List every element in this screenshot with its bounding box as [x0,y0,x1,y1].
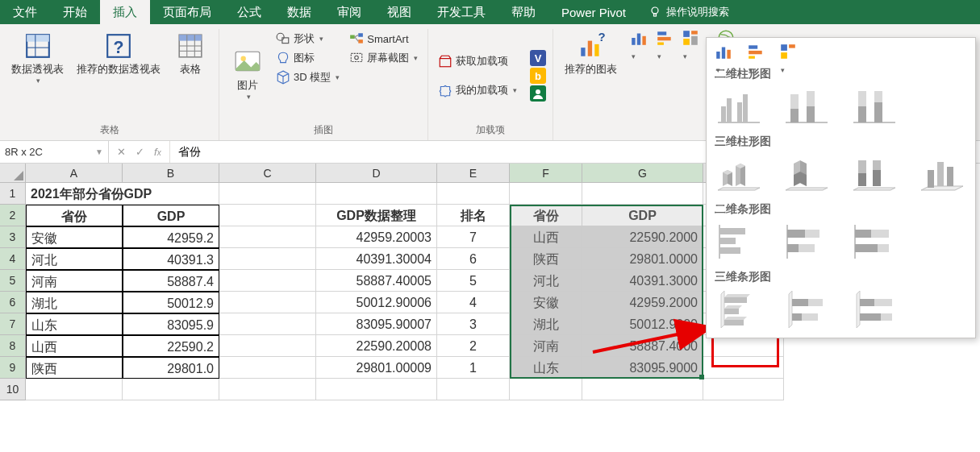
row-header[interactable]: 5 [0,270,26,292]
column-chart-dropdown[interactable] [630,29,648,45]
cell[interactable]: 40391.3 [123,248,219,270]
cancel-formula-button[interactable]: ✕ [117,146,126,158]
stacked-column-thumb[interactable] [782,86,829,126]
select-all-corner[interactable] [0,164,26,183]
cell[interactable]: 22590.2 [123,335,219,357]
cell[interactable]: 50012.9 [123,292,219,313]
tab-insert[interactable]: 插入 [100,0,150,24]
shapes-button[interactable]: 形状 [273,29,343,48]
3d-clustered-bar-thumb[interactable] [715,289,761,330]
row-header[interactable]: 9 [0,357,26,379]
cell[interactable]: 河北 [26,248,123,270]
cell[interactable] [316,379,437,400]
people-addin-icon[interactable] [530,85,546,102]
cell[interactable]: 42959.2 [123,226,219,248]
tab-data[interactable]: 数据 [274,0,324,24]
picture-button[interactable]: 图片 [226,29,269,122]
cell[interactable]: 山东 [26,313,123,335]
col-header[interactable]: G [582,164,703,183]
cell[interactable]: 山西 [510,226,582,248]
cell[interactable] [219,292,316,313]
cell[interactable] [582,379,703,400]
tab-formulas[interactable]: 公式 [224,0,274,24]
cell[interactable]: 83095.9 [123,313,219,335]
tell-me-search[interactable]: 操作说明搜索 [639,0,739,24]
row-header[interactable]: 3 [0,226,26,248]
cell[interactable]: 83095.90007 [316,313,437,335]
col-header[interactable]: C [219,164,316,183]
cell[interactable]: 40391.30004 [316,248,437,270]
3d-stacked-bar-thumb[interactable] [782,289,829,330]
cell[interactable]: 29801.00009 [316,357,437,379]
cell[interactable]: 22590.2000 [582,226,703,248]
cell[interactable]: 58887.4 [123,270,219,292]
cell[interactable]: 50012.90006 [316,292,437,313]
cell[interactable] [437,183,510,205]
name-box[interactable]: 8R x 2C ▼ [0,141,109,163]
cell[interactable]: 6 [437,248,510,270]
bar-chart-dropdown[interactable] [656,29,673,45]
pivot-table-button[interactable]: 数据透视表 [6,29,69,122]
cell[interactable]: 省份 [510,205,582,226]
3d-100pct-stacked-column-thumb[interactable] [850,154,897,194]
cell[interactable]: 安徽 [26,226,123,248]
fx-button[interactable]: fx [154,146,161,158]
col-header[interactable]: D [316,164,437,183]
cell[interactable]: 2 [437,335,510,357]
bing-addin-icon[interactable]: b [530,68,546,84]
cell[interactable] [703,379,784,400]
cell[interactable]: 河南 [26,270,123,292]
cell[interactable]: 29801.0 [123,357,219,379]
column-chart-dropdown-top[interactable] [715,43,732,59]
cell[interactable]: 4 [437,292,510,313]
table-button[interactable]: 表格 [169,29,212,122]
recommended-pivot-button[interactable]: ? 推荐的数据透视表 [72,29,165,122]
tab-devtools[interactable]: 开发工具 [424,0,498,24]
100pct-stacked-bar-thumb[interactable] [850,222,897,262]
cell[interactable] [219,183,316,205]
cell[interactable]: 58887.40005 [316,270,437,292]
cell[interactable] [219,335,316,357]
cell[interactable]: 3 [437,313,510,335]
row-header[interactable]: 7 [0,313,26,335]
bar-chart-dropdown-top[interactable] [747,43,765,59]
cell[interactable] [219,248,316,270]
cell[interactable] [510,183,582,205]
cell[interactable] [703,335,784,357]
cell[interactable]: 省份 [26,205,123,226]
my-addins-button[interactable]: 我的加载项 [435,81,520,100]
tab-view[interactable]: 视图 [374,0,424,24]
cell[interactable]: GDP [123,205,219,226]
cell[interactable] [437,379,510,400]
cell[interactable]: 陕西 [510,248,582,270]
3d-models-button[interactable]: 3D 模型 [273,68,343,87]
row-header[interactable]: 10 [0,379,26,400]
col-header[interactable]: B [123,164,219,183]
cell[interactable]: 42959.20003 [316,226,437,248]
visio-addin-icon[interactable]: V [530,50,546,66]
cell[interactable]: 陕西 [26,357,123,379]
cell[interactable] [219,270,316,292]
confirm-formula-button[interactable]: ✓ [136,146,144,158]
cell[interactable]: 29801.0000 [582,248,703,270]
tab-review[interactable]: 审阅 [324,0,374,24]
row-header[interactable]: 1 [0,183,26,205]
row-header[interactable]: 4 [0,248,26,270]
cell[interactable]: 山西 [26,335,123,357]
row-header[interactable]: 8 [0,335,26,357]
cell[interactable]: 58887.4000 [582,335,703,357]
cell[interactable]: GDP [582,205,703,226]
cell[interactable]: 安徽 [510,292,582,313]
cell[interactable] [26,379,123,400]
cell[interactable] [219,313,316,335]
cell[interactable]: 湖北 [26,292,123,313]
100pct-stacked-column-thumb[interactable] [850,86,897,126]
recommended-charts-button[interactable]: ? 推荐的图表 [560,29,622,140]
cell[interactable]: 河北 [510,270,582,292]
stacked-bar-thumb[interactable] [782,222,829,262]
row-header[interactable]: 6 [0,292,26,313]
get-addins-button[interactable]: 获取加载项 [435,52,520,71]
cell[interactable]: 7 [437,226,510,248]
cell[interactable]: 山东 [510,357,582,379]
col-header[interactable]: E [437,164,510,183]
